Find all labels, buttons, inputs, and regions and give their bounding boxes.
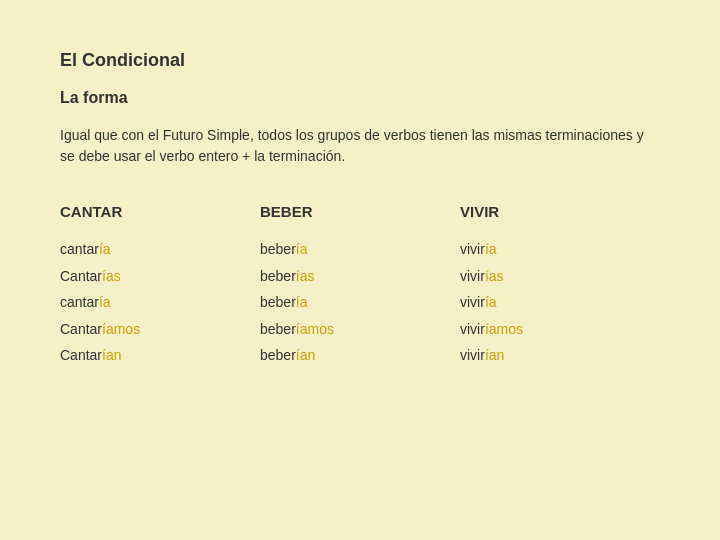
- page-description: Igual que con el Futuro Simple, todos lo…: [60, 125, 660, 167]
- cantar-column: CANTAR cantaría Cantarías cantaría Canta…: [60, 203, 200, 369]
- vivir-form-4: viviríamos: [460, 316, 600, 343]
- beber-form-5: beberían: [260, 342, 400, 369]
- cantar-forms: cantaría Cantarías cantaría Cantaríamos …: [60, 236, 200, 369]
- beber-form-3: bebería: [260, 289, 400, 316]
- vivir-form-2: vivirías: [460, 263, 600, 290]
- beber-form-2: beberías: [260, 263, 400, 290]
- conjugation-table: CANTAR cantaría Cantarías cantaría Canta…: [60, 203, 660, 369]
- beber-form-4: beberíamos: [260, 316, 400, 343]
- cantar-form-1: cantaría: [60, 236, 200, 263]
- vivir-column: VIVIR viviría vivirías viviría viviríamo…: [460, 203, 600, 369]
- cantar-form-4: Cantaríamos: [60, 316, 200, 343]
- beber-forms: bebería beberías bebería beberíamos bebe…: [260, 236, 400, 369]
- vivir-form-5: vivirían: [460, 342, 600, 369]
- main-container: El Condicional La forma Igual que con el…: [0, 0, 720, 419]
- vivir-form-3: viviría: [460, 289, 600, 316]
- beber-header: BEBER: [260, 203, 400, 220]
- beber-form-1: bebería: [260, 236, 400, 263]
- cantar-form-2: Cantarías: [60, 263, 200, 290]
- vivir-form-1: viviría: [460, 236, 600, 263]
- cantar-form-3: cantaría: [60, 289, 200, 316]
- page-subtitle: La forma: [60, 89, 660, 107]
- cantar-header: CANTAR: [60, 203, 200, 220]
- cantar-form-5: Cantarían: [60, 342, 200, 369]
- page-title: El Condicional: [60, 50, 660, 71]
- vivir-header: VIVIR: [460, 203, 600, 220]
- vivir-forms: viviría vivirías viviría viviríamos vivi…: [460, 236, 600, 369]
- beber-column: BEBER bebería beberías bebería beberíamo…: [260, 203, 400, 369]
